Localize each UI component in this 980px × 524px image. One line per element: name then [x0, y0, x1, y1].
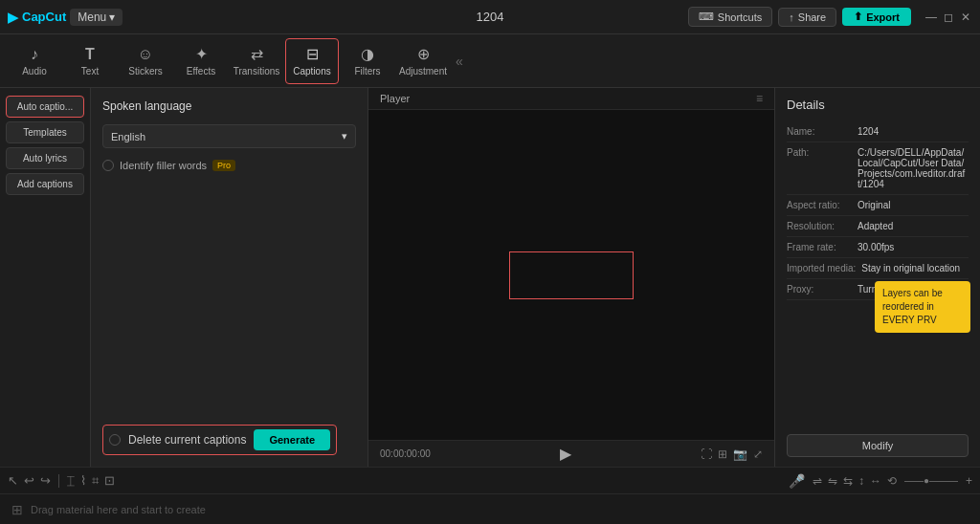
player-icon-screenshot[interactable]: 📷: [733, 448, 747, 461]
share-button[interactable]: ↑ Share: [778, 8, 836, 27]
details-title: Details: [787, 98, 969, 112]
detail-path-row: Path: C:/Users/DELL/AppData/Local/CapCut…: [787, 142, 969, 195]
play-button[interactable]: ▶: [560, 445, 571, 463]
maximize-button[interactable]: ◻: [942, 11, 955, 24]
templates-button[interactable]: Templates: [6, 121, 84, 143]
select-tool-icon[interactable]: ↖: [8, 473, 18, 488]
auto-lyrics-button[interactable]: Auto lyrics: [6, 147, 84, 169]
track-icon-1[interactable]: ⇌: [813, 474, 822, 488]
toolbar-item-text[interactable]: T Text: [63, 38, 117, 84]
toolbar-collapse-icon[interactable]: «: [452, 50, 467, 73]
right-panel: Details Name: 1204 Path: C:/Users/DELL/A…: [774, 88, 980, 467]
trim-icon[interactable]: ⌇: [80, 473, 86, 488]
redo-icon[interactable]: ↪: [40, 473, 51, 488]
track-icon-3[interactable]: ⇆: [843, 474, 853, 488]
detail-aspectratio-value: Original: [858, 200, 969, 210]
detail-name-row: Name: 1204: [787, 121, 969, 142]
track-icon-4[interactable]: ↕: [858, 474, 864, 488]
text-icon: T: [85, 46, 95, 63]
filler-label: Identify filler words: [120, 160, 207, 171]
auto-lyrics-label: Auto lyrics: [23, 153, 67, 164]
toolbar-label-transitions: Transitions: [234, 66, 280, 76]
language-value: English: [111, 131, 145, 142]
dropdown-chevron-icon: ▾: [342, 130, 347, 142]
add-captions-button[interactable]: Add captions: [6, 173, 84, 195]
player-header: Player ≡: [368, 88, 774, 110]
audio-icon: ♪: [31, 46, 38, 63]
toolbar-item-stickers[interactable]: ☺ Stickers: [119, 38, 172, 84]
detail-aspectratio-label: Aspect ratio:: [787, 200, 852, 210]
tooltip-box: Layers can be reordered in EVERY PRV: [875, 281, 970, 333]
language-dropdown[interactable]: English ▾: [102, 124, 356, 148]
generate-label: Generate: [269, 434, 315, 446]
player-icon-fullscreen[interactable]: ⛶: [701, 448, 712, 461]
detail-aspectratio-row: Aspect ratio: Original: [787, 195, 969, 216]
modify-label: Modify: [862, 440, 893, 451]
main-layout: Auto captio... Templates Auto lyrics Add…: [0, 88, 980, 467]
track-icon-6[interactable]: ⟲: [887, 474, 897, 488]
drag-icon: ⊞: [11, 502, 23, 517]
filler-radio[interactable]: [102, 160, 114, 171]
shortcuts-button[interactable]: ⌨ Shortcuts: [688, 7, 772, 27]
window-controls: — ◻ ✕: [924, 11, 972, 24]
toolbar-item-effects[interactable]: ✦ Effects: [174, 38, 228, 84]
track-icon-2[interactable]: ⇋: [828, 474, 837, 488]
timeline-body: ⊞ Drag material here and start to create: [0, 494, 980, 524]
player-area: Player ≡ 00:00:00:00 ▶ ⛶ ⊞ 📷 ⤢: [368, 88, 774, 467]
stickers-icon: ☺: [138, 46, 153, 63]
auto-captions-label: Auto captio...: [17, 101, 73, 112]
player-controls: 00:00:00:00 ▶ ⛶ ⊞ 📷 ⤢: [368, 440, 774, 467]
detail-proxy-label: Proxy:: [787, 284, 852, 295]
detail-path-label: Path:: [787, 147, 852, 158]
toolbar-label-effects: Effects: [187, 66, 215, 76]
generate-button[interactable]: Generate: [254, 429, 330, 450]
zoom-icon[interactable]: +: [966, 474, 972, 488]
toolbar-item-audio[interactable]: ♪ Audio: [8, 38, 61, 84]
track-icon-5[interactable]: ↔: [870, 474, 881, 488]
player-selection-box: [509, 251, 634, 299]
project-title: 1204: [477, 10, 504, 24]
detail-path-value: C:/Users/DELL/AppData/Local/CapCut/User …: [858, 147, 969, 189]
mic-icon[interactable]: 🎤: [789, 473, 805, 489]
left-panel: Auto captio... Templates Auto lyrics Add…: [0, 88, 91, 467]
topbar-right: ⌨ Shortcuts ↑ Share ⬆ Export — ◻ ✕: [688, 7, 972, 27]
zoom-slider[interactable]: ——●———: [904, 475, 958, 486]
player-icon-expand[interactable]: ⤢: [753, 448, 763, 461]
player-canvas: [368, 110, 774, 440]
split-icon[interactable]: ⌶: [67, 473, 75, 488]
delete-icon[interactable]: ⊡: [104, 473, 115, 488]
export-button[interactable]: ⬆ Export: [842, 8, 911, 26]
toolbar-item-filters[interactable]: ◑ Filters: [341, 38, 394, 84]
detail-media-label: Imported media:: [787, 263, 856, 273]
toolbar-item-captions[interactable]: ⊟ Captions: [285, 38, 339, 84]
toolbar-label-stickers: Stickers: [128, 66, 163, 76]
delete-radio[interactable]: [109, 434, 121, 446]
toolbar-item-transitions[interactable]: ⇄ Transitions: [230, 38, 283, 84]
export-icon: ⬆: [854, 11, 862, 23]
minimize-button[interactable]: —: [924, 11, 938, 24]
timeline-toolbar: ↖ ↩ ↪ ⌶ ⌇ ⌗ ⊡ 🎤 ⇌ ⇋ ⇆ ↕ ↔ ⟲ ——●——— +: [0, 468, 980, 494]
captions-icon: ⊟: [306, 45, 319, 63]
menu-button[interactable]: Menu ▾: [70, 9, 122, 26]
menu-chevron-icon: ▾: [109, 11, 115, 24]
toolbar-label-adjustment: Adjustment: [399, 66, 447, 76]
main-toolbar: ♪ Audio T Text ☺ Stickers ✦ Effects ⇄ Tr…: [0, 34, 980, 88]
drag-label: Drag material here and start to create: [31, 504, 206, 515]
auto-captions-button[interactable]: Auto captio...: [6, 96, 84, 118]
player-icon-fit[interactable]: ⊞: [718, 448, 727, 461]
transitions-icon: ⇄: [251, 45, 263, 63]
adjustment-icon: ⊕: [417, 45, 430, 63]
delete-captions-row: Delete current captions Generate: [102, 425, 337, 455]
close-button[interactable]: ✕: [959, 11, 972, 24]
toolbar-item-adjustment[interactable]: ⊕ Adjustment: [396, 38, 450, 84]
detail-framerate-row: Frame rate: 30.00fps: [787, 237, 969, 258]
track-icons: ⇌ ⇋ ⇆ ↕ ↔ ⟲: [813, 474, 897, 488]
detail-resolution-row: Resolution: Adapted: [787, 216, 969, 237]
crop-icon[interactable]: ⌗: [92, 473, 99, 489]
modify-button[interactable]: Modify: [787, 434, 969, 457]
menu-label: Menu: [78, 11, 106, 24]
player-menu-icon[interactable]: ≡: [756, 92, 763, 105]
logo-text: CapCut: [22, 10, 66, 24]
toolbar-separator-1: [58, 474, 59, 488]
undo-icon[interactable]: ↩: [24, 473, 34, 488]
